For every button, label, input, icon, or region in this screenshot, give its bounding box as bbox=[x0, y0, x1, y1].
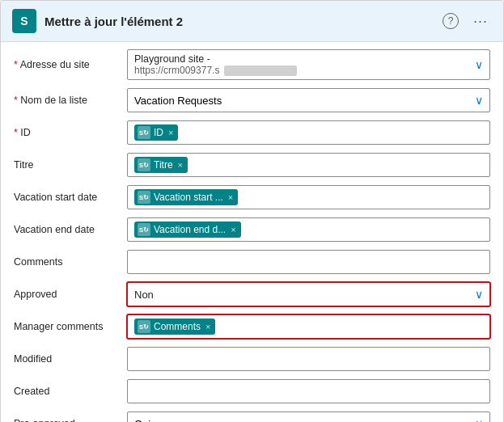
liste-chevron-icon: ∨ bbox=[475, 94, 483, 107]
titre-input[interactable]: S↻ Titre × bbox=[127, 153, 490, 177]
card: S Mettre à jour l'élément 2 ? ··· Adress… bbox=[0, 0, 504, 422]
manager-comments-input[interactable]: S↻ Comments × bbox=[127, 314, 490, 339]
vacation-end-date-row: Vacation end date S↻ Vacation end d... × bbox=[1, 213, 503, 246]
manager-comments-token-label: Comments bbox=[154, 321, 201, 332]
titre-token-icon: S↻ bbox=[138, 158, 150, 171]
adresse-chevron-icon: ∨ bbox=[475, 58, 483, 71]
id-token-label: ID bbox=[154, 127, 163, 138]
modified-input[interactable] bbox=[127, 347, 490, 371]
vacation-end-date-input[interactable]: S↻ Vacation end d... × bbox=[127, 217, 490, 242]
manager-comments-token-icon: S↻ bbox=[138, 320, 150, 333]
help-button[interactable]: ? bbox=[438, 11, 463, 31]
id-token-close[interactable]: × bbox=[168, 128, 173, 137]
id-input[interactable]: S↻ ID × bbox=[127, 120, 490, 145]
approved-input[interactable]: Non ∨ bbox=[127, 282, 490, 306]
comments-input[interactable] bbox=[127, 250, 490, 274]
manager-comments-row: Manager comments S↻ Comments × bbox=[1, 310, 503, 343]
manager-comments-label: Manager comments bbox=[14, 321, 127, 332]
site-line1: Playground site - bbox=[134, 53, 472, 65]
titre-label: Titre bbox=[14, 159, 127, 171]
created-label: Created bbox=[14, 386, 127, 397]
site-line2: https://crm009377.s bbox=[134, 65, 472, 76]
comments-label: Comments bbox=[14, 256, 127, 268]
created-input[interactable] bbox=[127, 379, 490, 403]
more-options-button[interactable]: ··· bbox=[469, 11, 492, 32]
vacation-end-token-close[interactable]: × bbox=[231, 225, 235, 234]
pre-approved-row: Pre-approved Oui ∨ bbox=[1, 407, 503, 422]
approved-chevron-icon: ∨ bbox=[475, 288, 483, 301]
form-body: Adresse du site Playground site - https:… bbox=[1, 42, 503, 422]
vacation-start-date-input[interactable]: S↻ Vacation start ... × bbox=[127, 185, 490, 209]
modified-label: Modified bbox=[14, 353, 127, 365]
pre-approved-input[interactable]: Oui ∨ bbox=[127, 411, 490, 422]
pre-approved-value: Oui bbox=[134, 418, 150, 422]
modified-row: Modified bbox=[1, 343, 503, 375]
adresse-du-site-label: Adresse du site bbox=[14, 59, 127, 70]
id-token: S↻ ID × bbox=[134, 124, 178, 141]
approved-label: Approved bbox=[14, 289, 127, 300]
vacation-end-token: S↻ Vacation end d... × bbox=[134, 222, 241, 238]
manager-comments-token-close[interactable]: × bbox=[205, 322, 210, 331]
header-actions: ? ··· bbox=[438, 11, 492, 32]
id-row: ID S↻ ID × bbox=[1, 116, 503, 149]
vacation-start-token-label: Vacation start ... bbox=[154, 192, 223, 203]
nom-de-la-liste-label: Nom de la liste bbox=[14, 95, 127, 106]
vacation-start-date-label: Vacation start date bbox=[14, 192, 127, 203]
nom-de-la-liste-value: Vacation Requests bbox=[134, 95, 222, 107]
help-icon: ? bbox=[443, 13, 459, 29]
adresse-du-site-row: Adresse du site Playground site - https:… bbox=[1, 45, 503, 84]
header: S Mettre à jour l'élément 2 ? ··· bbox=[1, 1, 503, 42]
id-label: ID bbox=[14, 127, 127, 138]
more-icon: ··· bbox=[473, 13, 488, 30]
titre-row: Titre S↻ Titre × bbox=[1, 149, 503, 181]
titre-token: S↻ Titre × bbox=[134, 157, 188, 173]
manager-comments-token: S↻ Comments × bbox=[134, 319, 215, 335]
adresse-du-site-input[interactable]: Playground site - https://crm009377.s ∨ bbox=[127, 49, 490, 80]
pre-approved-chevron-icon: ∨ bbox=[475, 417, 483, 422]
comments-row: Comments bbox=[1, 246, 503, 278]
dialog-title: Mettre à jour l'élément 2 bbox=[44, 15, 430, 28]
pre-approved-label: Pre-approved bbox=[14, 418, 127, 422]
vacation-start-token-close[interactable]: × bbox=[228, 192, 233, 202]
id-token-icon: S↻ bbox=[138, 126, 150, 139]
titre-token-close[interactable]: × bbox=[178, 160, 183, 170]
vacation-end-date-label: Vacation end date bbox=[14, 224, 127, 235]
vacation-start-date-row: Vacation start date S↻ Vacation start ..… bbox=[1, 181, 503, 213]
created-row: Created bbox=[1, 375, 503, 407]
vacation-start-token-icon: S↻ bbox=[138, 191, 150, 204]
titre-token-label: Titre bbox=[154, 159, 173, 171]
vacation-end-token-label: Vacation end d... bbox=[154, 224, 226, 235]
nom-de-la-liste-row: Nom de la liste Vacation Requests ∨ bbox=[1, 84, 503, 116]
vacation-end-token-icon: S↻ bbox=[138, 223, 150, 236]
approved-value: Non bbox=[134, 289, 154, 301]
approved-row: Approved Non ∨ bbox=[1, 278, 503, 310]
vacation-start-token: S↻ Vacation start ... × bbox=[134, 189, 238, 205]
nom-de-la-liste-input[interactable]: Vacation Requests ∨ bbox=[127, 88, 490, 112]
app-icon: S bbox=[12, 9, 36, 33]
site-address-content: Playground site - https://crm009377.s bbox=[134, 53, 472, 76]
